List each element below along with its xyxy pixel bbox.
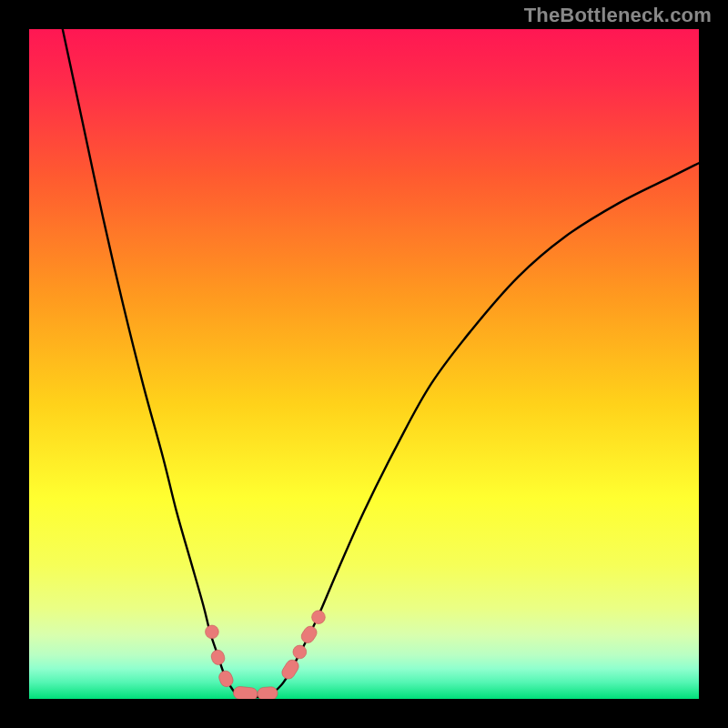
marker-dot	[206, 625, 219, 639]
chart-stage: TheBottleneck.com	[0, 0, 728, 728]
gradient-background	[29, 29, 699, 699]
marker-dot	[312, 611, 326, 624]
watermark-text: TheBottleneck.com	[524, 4, 712, 27]
marker-capsule	[258, 686, 278, 699]
chart-svg	[29, 29, 699, 699]
marker-dot	[293, 645, 307, 659]
plot-area	[29, 29, 699, 699]
